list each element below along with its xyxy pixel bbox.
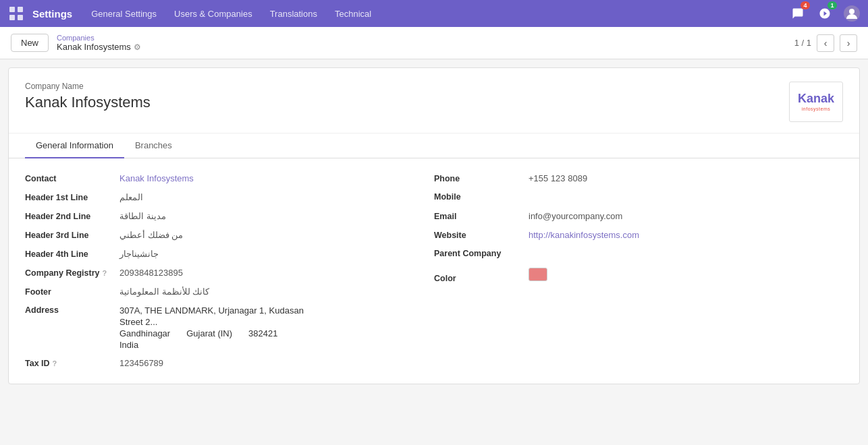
color-label: Color xyxy=(434,274,528,283)
svg-rect-3 xyxy=(18,15,23,20)
address-value: 307A, THE LANDMARK, Urjanagar 1, Kudasan… xyxy=(119,305,304,350)
registry-row: Company Registry ? 2093848123895 xyxy=(25,264,434,283)
breadcrumb-current: Kanak Infosystems ⚙ xyxy=(57,42,141,52)
mobile-label: Mobile xyxy=(434,192,528,202)
company-header-info: Company Name Kanak Infosystems xyxy=(25,82,151,111)
contact-value[interactable]: Kanak Infosystems xyxy=(119,173,194,183)
svg-point-5 xyxy=(849,9,855,14)
messages-badge: 4 xyxy=(801,1,810,9)
breadcrumb: Companies Kanak Infosystems ⚙ xyxy=(57,34,141,52)
menu-technical[interactable]: Technical xyxy=(327,5,379,23)
phone-value: +155 123 8089 xyxy=(528,173,587,183)
registry-value: 2093848123895 xyxy=(119,268,183,278)
parent-label: Parent Company xyxy=(434,249,528,258)
svg-rect-2 xyxy=(9,15,15,20)
taxid-value: 123456789 xyxy=(119,358,163,368)
address-label: Address xyxy=(25,305,119,315)
registry-help-icon[interactable]: ? xyxy=(102,269,107,277)
company-header: Company Name Kanak Infosystems Kanak inf… xyxy=(9,68,859,134)
svg-rect-0 xyxy=(9,7,15,12)
menu-translations[interactable]: Translations xyxy=(262,5,325,23)
header2-value: مدينة الطاقة xyxy=(119,211,166,221)
taxid-help-icon[interactable]: ? xyxy=(53,359,57,367)
header1-row: Header 1st Line المعلم xyxy=(25,188,434,207)
taxid-row: Tax ID ? 123456789 xyxy=(25,354,434,373)
email-row: Email info@yourcompany.com xyxy=(434,207,843,226)
email-label: Email xyxy=(434,212,528,221)
toolbar-left: New Companies Kanak Infosystems ⚙ xyxy=(11,34,141,52)
website-row: Website http://kanakinfosystems.com xyxy=(434,226,843,245)
header2-label: Header 2nd Line xyxy=(25,212,119,221)
footer-row: Footer كانك للأنظمة المعلوماتية xyxy=(25,283,434,301)
form-col-right: Phone +155 123 8089 Mobile Email info@yo… xyxy=(434,169,843,373)
header3-row: Header 3rd Line من فضلك أعطني xyxy=(25,226,434,245)
address-line1: 307A, THE LANDMARK, Urjanagar 1, Kudasan xyxy=(119,305,304,316)
taxid-label: Tax ID ? xyxy=(25,359,119,368)
header4-row: Header 4th Line جانشيناجار xyxy=(25,245,434,264)
header4-label: Header 4th Line xyxy=(25,249,119,259)
new-button[interactable]: New xyxy=(11,34,49,52)
topnav-icons: 4 1 xyxy=(787,3,863,24)
top-navigation: Settings General Settings Users & Compan… xyxy=(0,0,868,27)
company-logo: Kanak infosystems xyxy=(789,82,843,122)
company-name: Kanak Infosystems xyxy=(25,94,151,111)
address-state: Gujarat (IN) xyxy=(186,328,232,338)
header2-row: Header 2nd Line مدينة الطاقة xyxy=(25,207,434,226)
logo-infosystems: infosystems xyxy=(798,107,834,112)
registry-label: Company Registry ? xyxy=(25,268,119,278)
website-value[interactable]: http://kanakinfosystems.com xyxy=(528,230,639,240)
footer-value: كانك للأنظمة المعلوماتية xyxy=(119,287,209,297)
form-columns: Contact Kanak Infosystems Header 1st Lin… xyxy=(25,169,843,373)
main-content: Company Name Kanak Infosystems Kanak inf… xyxy=(8,67,860,384)
toolbar-right: 1 / 1 ‹ › xyxy=(794,34,857,52)
color-swatch[interactable] xyxy=(528,268,547,281)
contact-label: Contact xyxy=(25,174,119,183)
header3-label: Header 3rd Line xyxy=(25,231,119,240)
user-avatar[interactable] xyxy=(841,3,863,24)
activities-badge: 1 xyxy=(828,1,837,9)
address-city: Gandhinagar xyxy=(119,328,170,338)
tab-branches[interactable]: Branches xyxy=(124,134,183,158)
logo-kanak: Kanak xyxy=(798,92,834,107)
footer-label: Footer xyxy=(25,287,119,297)
address-zip: 382421 xyxy=(248,328,277,338)
svg-rect-1 xyxy=(18,7,23,12)
phone-label: Phone xyxy=(434,174,528,183)
contact-row: Contact Kanak Infosystems xyxy=(25,169,434,188)
form-col-left: Contact Kanak Infosystems Header 1st Lin… xyxy=(25,169,434,373)
address-city-row: Gandhinagar Gujarat (IN) 382421 xyxy=(119,328,304,338)
address-country: India xyxy=(119,340,304,350)
menu-general-settings[interactable]: General Settings xyxy=(83,5,165,23)
messages-button[interactable]: 4 xyxy=(787,3,809,24)
header4-value: جانشيناجار xyxy=(119,249,159,259)
company-name-label: Company Name xyxy=(25,82,151,91)
parent-row: Parent Company xyxy=(434,245,843,264)
tab-general-information[interactable]: General Information xyxy=(25,134,124,158)
activities-button[interactable]: 1 xyxy=(814,3,836,24)
header1-value: المعلم xyxy=(119,192,143,202)
toolbar: New Companies Kanak Infosystems ⚙ 1 / 1 … xyxy=(0,27,868,59)
form-content: Contact Kanak Infosystems Header 1st Lin… xyxy=(9,158,859,384)
pagination-text: 1 / 1 xyxy=(794,38,811,48)
address-row: Address 307A, THE LANDMARK, Urjanagar 1,… xyxy=(25,301,434,354)
prev-record-button[interactable]: ‹ xyxy=(817,34,834,52)
email-value: info@yourcompany.com xyxy=(528,211,622,221)
phone-row: Phone +155 123 8089 xyxy=(434,169,843,188)
next-record-button[interactable]: › xyxy=(840,34,857,52)
header3-value: من فضلك أعطني xyxy=(119,230,183,240)
app-title[interactable]: Settings xyxy=(32,8,72,20)
form-tabs: General Information Branches xyxy=(9,134,859,158)
breadcrumb-parent[interactable]: Companies xyxy=(57,34,141,42)
address-line2: Street 2... xyxy=(119,317,304,327)
mobile-row: Mobile xyxy=(434,188,843,207)
website-label: Website xyxy=(434,231,528,240)
main-menu: General Settings Users & Companies Trans… xyxy=(83,5,787,23)
settings-gear-icon[interactable]: ⚙ xyxy=(134,42,141,52)
header1-label: Header 1st Line xyxy=(25,193,119,202)
app-logo[interactable] xyxy=(5,3,27,24)
menu-users-companies[interactable]: Users & Companies xyxy=(166,5,261,23)
color-row: Color xyxy=(434,264,843,287)
